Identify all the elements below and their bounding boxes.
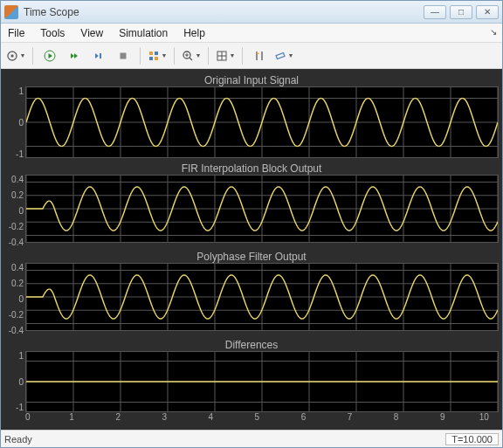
svg-rect-8 xyxy=(121,52,127,59)
minimize-button[interactable]: — xyxy=(424,5,446,19)
svg-rect-7 xyxy=(100,53,101,59)
x-axis: 012345678910 xyxy=(4,412,499,424)
chart-area[interactable]: 10-1 xyxy=(4,86,499,159)
toolbar-separator xyxy=(32,47,33,65)
chart-title: Original Input Signal xyxy=(4,72,499,86)
window-buttons: — □ ✕ xyxy=(424,5,499,19)
app-icon xyxy=(4,5,18,19)
toolbar-separator xyxy=(242,47,243,65)
menu-help[interactable]: Help xyxy=(183,27,205,39)
step-button[interactable] xyxy=(87,46,110,65)
svg-rect-11 xyxy=(149,57,153,60)
menu-simulation[interactable]: Simulation xyxy=(119,27,168,39)
scope-panel: Original Input Signal 10-1 FIR Interpola… xyxy=(1,69,502,430)
plot-surface[interactable] xyxy=(25,175,499,243)
plot-surface[interactable] xyxy=(25,263,499,331)
status-text: Ready xyxy=(4,434,445,445)
plot-surface[interactable] xyxy=(25,86,499,158)
svg-rect-10 xyxy=(155,52,158,55)
svg-marker-5 xyxy=(74,53,78,59)
chart-0: Original Input Signal 10-1 xyxy=(4,72,499,159)
y-axis: 0.40.20-0.2-0.4 xyxy=(4,263,25,335)
titlebar[interactable]: Time Scope — □ ✕ xyxy=(1,1,502,24)
dock-icon[interactable]: ↘ xyxy=(490,27,497,37)
cursors-button[interactable] xyxy=(248,46,271,65)
zoom-button[interactable]: ▼ xyxy=(180,46,203,65)
chart-title: Differences xyxy=(4,337,499,351)
run-advance-button[interactable] xyxy=(63,46,86,65)
menubar: File Tools View Simulation Help ↘ xyxy=(1,24,502,43)
chart-area[interactable]: 0.40.20-0.2-0.4 xyxy=(4,175,499,247)
toolbar-separator xyxy=(174,47,175,65)
chart-2: Polyphase Filter Output 0.40.20-0.2-0.4 xyxy=(4,249,499,335)
settings-button[interactable]: ▼ xyxy=(4,46,27,65)
chart-3: Differences 10-1 012345678910 xyxy=(4,337,499,424)
svg-rect-9 xyxy=(149,52,153,55)
svg-marker-4 xyxy=(71,53,74,59)
plot-surface[interactable] xyxy=(25,351,499,412)
y-axis: 0.40.20-0.2-0.4 xyxy=(4,175,25,247)
svg-marker-6 xyxy=(95,53,99,59)
measure-button[interactable]: ▼ xyxy=(272,46,295,65)
maximize-button[interactable]: □ xyxy=(450,5,472,19)
svg-line-14 xyxy=(189,58,192,60)
close-button[interactable]: ✕ xyxy=(476,5,499,19)
status-time: T=10.000 xyxy=(445,433,499,445)
chart-title: FIR Interpolation Block Output xyxy=(4,161,499,175)
window-title: Time Scope xyxy=(24,6,424,18)
stop-button[interactable] xyxy=(112,46,134,65)
signals-button[interactable]: ▼ xyxy=(146,46,169,65)
toolbar-separator xyxy=(140,47,141,65)
menu-tools[interactable]: Tools xyxy=(40,27,65,39)
toolbar-separator xyxy=(208,47,209,65)
chart-1: FIR Interpolation Block Output 0.40.20-0… xyxy=(4,161,499,247)
svg-marker-3 xyxy=(49,53,53,59)
svg-point-1 xyxy=(10,54,13,57)
svg-rect-23 xyxy=(276,52,285,59)
svg-rect-12 xyxy=(155,57,158,60)
run-button[interactable] xyxy=(38,46,61,65)
y-axis: 10-1 xyxy=(4,351,25,412)
statusbar: Ready T=10.000 xyxy=(1,430,502,447)
autoscale-button[interactable]: ▼ xyxy=(214,46,237,65)
chart-area[interactable]: 0.40.20-0.2-0.4 xyxy=(4,263,499,335)
chart-area[interactable]: 10-1 xyxy=(4,351,499,412)
chart-title: Polyphase Filter Output xyxy=(4,249,499,263)
window: Time Scope — □ ✕ File Tools View Simulat… xyxy=(0,0,503,448)
menu-view[interactable]: View xyxy=(80,27,103,39)
y-axis: 10-1 xyxy=(4,86,25,159)
toolbar: ▼ ▼ ▼ ▼ ▼ xyxy=(1,43,502,69)
menu-file[interactable]: File xyxy=(8,27,24,39)
